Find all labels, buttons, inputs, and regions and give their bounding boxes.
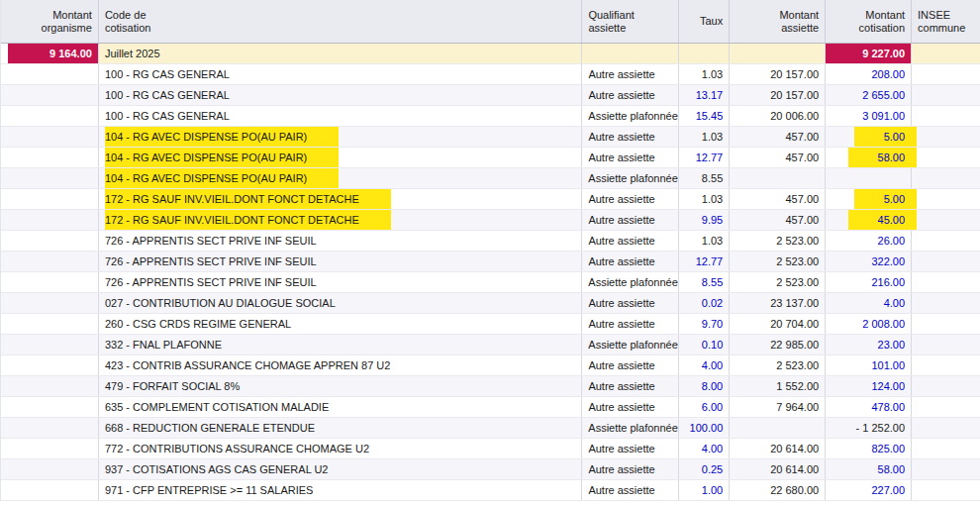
cell-taux[interactable]: 4.00 (679, 439, 730, 458)
cell-taux[interactable]: 8.55 (679, 168, 730, 188)
cell-montant-cotisation[interactable]: 208.00 (826, 64, 912, 84)
cell-montant-assiette: 20 614.00 (730, 459, 826, 479)
cotisation-text: 26.00 (878, 235, 906, 247)
cell-taux[interactable]: 1.03 (679, 64, 730, 84)
table-row[interactable]: 100 - RG CAS GENERAL Autre assiette 13.1… (1, 85, 980, 106)
cell-montant-cotisation[interactable]: 124.00 (826, 376, 912, 396)
table-row[interactable]: 726 - APPRENTIS SECT PRIVE INF SEUIL Aut… (1, 252, 980, 272)
cell-montant-assiette: 7 964.00 (730, 397, 826, 417)
header-taux[interactable]: Taux (679, 0, 730, 43)
cell-qualifiant: Autre assiette (582, 127, 679, 147)
table-row[interactable]: 937 - COTISATIONS AGS CAS GENERAL U2 Aut… (1, 459, 980, 480)
cell-taux[interactable]: 6.00 (679, 397, 730, 417)
cell-taux[interactable]: 15.45 (679, 106, 730, 126)
cell-montant-cotisation[interactable]: 216.00 (826, 272, 912, 292)
header-insee-commune[interactable]: INSEE commune (912, 0, 980, 43)
table-row[interactable]: 100 - RG CAS GENERAL Assiette plafonnée … (1, 106, 980, 127)
cell-montant-organisme (1, 376, 99, 396)
cell-code: 971 - CFP ENTREPRISE >= 11 SALARIES (99, 480, 582, 500)
cell-taux[interactable]: 0.02 (679, 293, 730, 313)
cell-taux[interactable]: 12.77 (679, 148, 730, 167)
header-montant-assiette[interactable]: Montant assiette (730, 0, 826, 43)
table-row[interactable]: 100 - RG CAS GENERAL Autre assiette 1.03… (1, 64, 980, 85)
cell-taux[interactable]: 1.03 (679, 189, 730, 209)
cell-taux[interactable]: 8.55 (679, 272, 730, 292)
header-code-cotisation[interactable]: Code de cotisation (99, 0, 582, 43)
cell-taux[interactable]: 12.77 (679, 252, 730, 271)
cell-code: 104 - RG AVEC DISPENSE PO(AU PAIR) (99, 168, 582, 188)
cell-taux[interactable]: 0.25 (679, 459, 730, 479)
header-qualifiant-assiette[interactable]: Qualifiant assiette (582, 0, 679, 43)
code-text: 726 - APPRENTIS SECT PRIVE INF SEUIL (105, 276, 317, 288)
cell-montant-organisme-total: 9 164.00 (1, 44, 99, 63)
cell-insee-commune (912, 314, 980, 334)
cell-taux[interactable]: 1.03 (679, 127, 730, 147)
cell-insee-empty (912, 44, 980, 63)
cell-qualifiant: Autre assiette (582, 85, 679, 105)
cell-montant-cotisation[interactable]: 101.00 (826, 355, 912, 375)
cell-montant-cotisation[interactable]: 58.00 (826, 148, 912, 167)
cotisation-text: 825.00 (871, 443, 905, 454)
cell-taux[interactable]: 9.95 (679, 210, 730, 230)
cell-montant-organisme (1, 293, 99, 313)
table-row[interactable]: 726 - APPRENTIS SECT PRIVE INF SEUIL Aut… (1, 231, 980, 252)
table-row[interactable]: 172 - RG SAUF INV.VIEIL.DONT FONCT DETAC… (1, 210, 980, 231)
cell-taux[interactable]: 100.00 (679, 418, 730, 438)
cell-code: 479 - FORFAIT SOCIAL 8% (99, 376, 582, 396)
table-row[interactable]: 772 - CONTRIBUTIONS ASSURANCE CHOMAGE U2… (1, 439, 980, 459)
cell-taux[interactable]: 1.00 (679, 480, 730, 500)
table-row[interactable]: 971 - CFP ENTREPRISE >= 11 SALARIES Autr… (1, 480, 980, 501)
cell-montant-cotisation[interactable]: 45.00 (826, 210, 912, 230)
table-row[interactable]: 726 - APPRENTIS SECT PRIVE INF SEUIL Ass… (1, 272, 980, 293)
summary-row-juillet-2025[interactable]: 9 164.00 Juillet 2025 9 227.00 (1, 44, 980, 64)
table-row[interactable]: 668 - REDUCTION GENERALE ETENDUE Assiett… (1, 418, 980, 439)
cell-taux[interactable]: 0.10 (679, 335, 730, 354)
cell-taux[interactable]: 1.03 (679, 231, 730, 251)
cell-montant-cotisation[interactable]: 26.00 (826, 231, 912, 251)
cell-montant-cotisation[interactable]: - 1 252.00 (826, 418, 912, 438)
table-row[interactable]: 104 - RG AVEC DISPENSE PO(AU PAIR) Autre… (1, 127, 980, 148)
cell-montant-cotisation[interactable]: 2 655.00 (826, 85, 912, 105)
cell-insee-commune (912, 376, 980, 396)
cell-montant-cotisation[interactable]: 58.00 (826, 459, 912, 479)
table-row[interactable]: 027 - CONTRIBUTION AU DIALOGUE SOCIAL Au… (1, 293, 980, 314)
table-row[interactable]: 479 - FORFAIT SOCIAL 8% Autre assiette 8… (1, 376, 980, 397)
table-row[interactable]: 260 - CSG CRDS REGIME GENERAL Autre assi… (1, 314, 980, 335)
code-text: 668 - REDUCTION GENERALE ETENDUE (105, 422, 315, 434)
cell-montant-cotisation[interactable]: 322.00 (826, 252, 912, 271)
cell-montant-cotisation[interactable]: 5.00 (826, 189, 912, 209)
cell-montant-cotisation[interactable] (826, 168, 912, 188)
cell-taux[interactable]: 13.17 (679, 85, 730, 105)
cell-insee-commune (912, 210, 980, 230)
cell-montant-cotisation[interactable]: 4.00 (826, 293, 912, 313)
cell-qualifiant: Assiette plafonnée (582, 272, 679, 292)
cell-qualifiant: Autre assiette (582, 397, 679, 417)
cell-qualifiant: Assiette plafonnée (582, 335, 679, 354)
header-montant-cotisation[interactable]: Montant cotisation (826, 0, 912, 43)
code-text: 172 - RG SAUF INV.VIEIL.DONT FONCT DETAC… (105, 189, 391, 209)
cell-montant-cotisation[interactable]: 478.00 (826, 397, 912, 417)
table-row[interactable]: 104 - RG AVEC DISPENSE PO(AU PAIR) Assie… (1, 168, 980, 189)
cell-montant-cotisation[interactable]: 5.00 (826, 127, 912, 147)
cell-insee-commune (912, 64, 980, 84)
cotisation-text: 478.00 (871, 401, 905, 413)
table-row[interactable]: 423 - CONTRIB ASSURANCE CHOMAGE APPREN 8… (1, 355, 980, 376)
cell-qualifiant: Assiette plafonnée (582, 106, 679, 126)
cell-taux[interactable]: 4.00 (679, 355, 730, 375)
table-row[interactable]: 172 - RG SAUF INV.VIEIL.DONT FONCT DETAC… (1, 189, 980, 210)
code-text: 027 - CONTRIBUTION AU DIALOGUE SOCIAL (105, 297, 336, 309)
cell-insee-commune (912, 335, 980, 354)
table-row[interactable]: 635 - COMPLEMENT COTISATION MALADIE Autr… (1, 397, 980, 418)
cell-montant-cotisation[interactable]: 825.00 (826, 439, 912, 458)
cell-taux[interactable]: 9.70 (679, 314, 730, 334)
table-row[interactable]: 104 - RG AVEC DISPENSE PO(AU PAIR) Autre… (1, 148, 980, 168)
cell-montant-assiette (730, 168, 826, 188)
cell-montant-cotisation[interactable]: 23.00 (826, 335, 912, 354)
header-montant-organisme[interactable]: Montant organisme (1, 0, 99, 43)
cell-montant-cotisation[interactable]: 2 008.00 (826, 314, 912, 334)
cell-taux[interactable]: 8.00 (679, 376, 730, 396)
table-row[interactable]: 332 - FNAL PLAFONNE Assiette plafonnée 0… (1, 335, 980, 355)
code-text: 937 - COTISATIONS AGS CAS GENERAL U2 (105, 463, 329, 475)
cell-montant-cotisation[interactable]: 3 091.00 (826, 106, 912, 126)
cell-montant-cotisation[interactable]: 227.00 (826, 480, 912, 500)
